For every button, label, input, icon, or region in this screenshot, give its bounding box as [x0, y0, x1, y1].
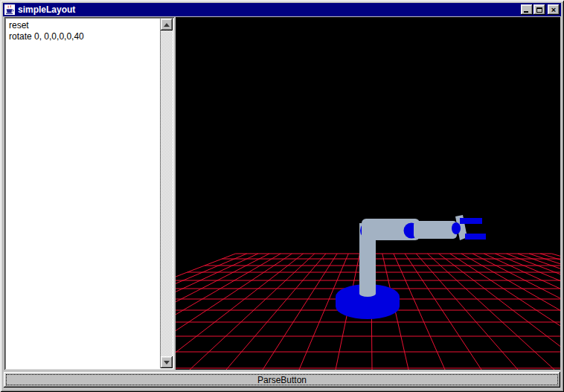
command-text[interactable]: reset rotate 0, 0,0,0,0,40 — [6, 19, 159, 368]
vertical-scrollbar[interactable] — [160, 19, 173, 368]
robot-arm — [336, 215, 486, 319]
command-line-1: reset — [9, 20, 159, 31]
command-line-2: rotate 0, 0,0,0,0,40 — [9, 31, 159, 42]
parse-button-label: ParseButton — [257, 375, 307, 385]
scroll-up-button[interactable] — [161, 19, 173, 30]
robot-scene — [176, 17, 560, 370]
canvas-3d[interactable] — [176, 17, 560, 370]
maximize-icon — [536, 7, 542, 13]
titlebar-buttons: × — [520, 4, 560, 15]
robot-arm-vertical-cap — [359, 291, 376, 297]
minimize-icon — [524, 11, 528, 13]
parse-button[interactable]: ParseButton — [4, 372, 560, 388]
java-icon — [4, 4, 15, 15]
command-textarea[interactable]: reset rotate 0, 0,0,0,0,40 — [4, 17, 174, 370]
scroll-down-button[interactable] — [161, 356, 173, 368]
app-window: simpleLayout × reset rotate 0, 0,0,0,0,4… — [0, 0, 564, 392]
window-title: simpleLayout — [18, 3, 75, 16]
triangle-down-icon — [164, 361, 170, 364]
minimize-button[interactable] — [521, 4, 533, 15]
maximize-button[interactable] — [533, 4, 545, 15]
titlebar[interactable]: simpleLayout × — [3, 3, 561, 16]
gripper-finger-top — [460, 218, 482, 224]
gripper-finger-bottom — [465, 234, 486, 240]
close-button[interactable]: × — [548, 4, 560, 15]
wrist-joint — [452, 222, 461, 234]
scrollbar-track[interactable] — [161, 30, 173, 356]
close-icon: × — [551, 6, 556, 13]
triangle-up-icon — [164, 23, 170, 27]
robot-arm-forearm — [414, 221, 457, 239]
